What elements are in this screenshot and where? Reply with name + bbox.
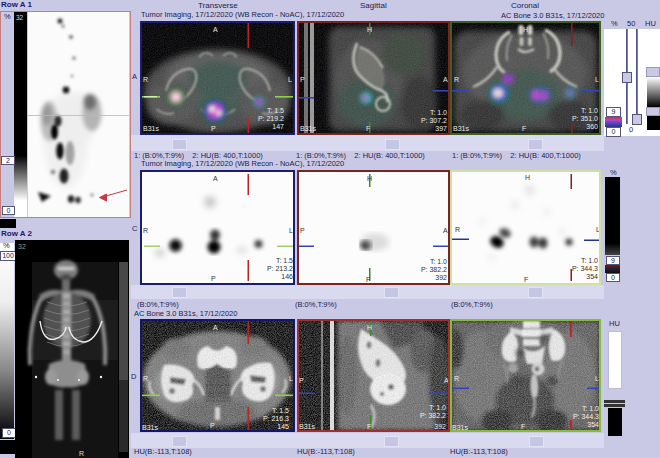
svg-text:R: R	[143, 375, 148, 382]
svg-text:32: 32	[18, 243, 26, 250]
svg-text:T: 1.5: T: 1.5	[276, 257, 293, 264]
svg-text:354: 354	[587, 421, 599, 428]
svg-text:P: 351.0: P: 351.0	[572, 115, 598, 122]
svg-text:392: 392	[434, 423, 446, 430]
svg-text:F: F	[366, 125, 370, 132]
svg-text:R: R	[79, 450, 84, 457]
svg-text:B31s: B31s	[142, 424, 158, 430]
svg-text:F: F	[366, 276, 370, 283]
svg-text:L: L	[288, 76, 292, 83]
svg-text:T: 1.0: T: 1.0	[429, 404, 446, 411]
svg-text:L: L	[596, 226, 599, 233]
svg-text:P: 382.2: P: 382.2	[420, 412, 446, 419]
svg-text:F: F	[521, 423, 525, 430]
svg-text:R: R	[454, 76, 459, 83]
svg-text:A: A	[213, 175, 218, 182]
svg-text:H: H	[367, 324, 372, 331]
svg-text:P: 382.2: P: 382.2	[421, 266, 447, 273]
svg-text:P: P	[300, 227, 305, 234]
svg-text:B31s: B31s	[453, 125, 469, 132]
svg-text:147: 147	[272, 123, 284, 130]
svg-text:P: 344.3: P: 344.3	[573, 413, 599, 420]
svg-text:A: A	[213, 26, 218, 33]
svg-text:T: 1.0: T: 1.0	[581, 257, 598, 264]
svg-text:P: P	[211, 275, 216, 282]
svg-text:P: P	[300, 76, 305, 83]
svg-text:145: 145	[277, 423, 289, 430]
svg-text:T: 1.0: T: 1.0	[581, 107, 598, 114]
svg-text:H: H	[367, 26, 372, 33]
svg-text:T: 1.0: T: 1.0	[430, 109, 447, 116]
svg-text:T: 1.5: T: 1.5	[272, 407, 289, 414]
svg-text:T: 1.0: T: 1.0	[582, 405, 599, 412]
svg-text:H: H	[525, 174, 530, 181]
svg-text:P: 307.2: P: 307.2	[421, 117, 447, 124]
svg-text:B31s: B31s	[300, 125, 316, 132]
svg-text:B31s: B31s	[299, 423, 315, 430]
svg-text:397: 397	[435, 125, 447, 132]
svg-text:A: A	[443, 76, 448, 83]
svg-text:392: 392	[435, 274, 447, 281]
svg-text:P: P	[299, 377, 304, 384]
svg-text:R: R	[143, 76, 148, 83]
svg-text:L: L	[595, 375, 599, 382]
svg-text:P: 344.3: P: 344.3	[572, 265, 598, 272]
svg-text:P: 213.2: P: 213.2	[267, 265, 293, 272]
svg-text:T: 1.5: T: 1.5	[267, 107, 284, 114]
svg-text:L: L	[289, 375, 293, 382]
svg-text:P: P	[211, 125, 216, 132]
svg-text:H: H	[524, 322, 529, 329]
svg-text:B31s: B31s	[143, 125, 159, 132]
svg-text:F: F	[522, 125, 526, 132]
svg-text:R: R	[455, 226, 460, 233]
svg-text:L: L	[595, 76, 599, 83]
svg-text:B31s: B31s	[452, 424, 468, 430]
svg-text:A: A	[213, 324, 218, 331]
svg-text:360: 360	[586, 123, 598, 130]
svg-text:146: 146	[281, 273, 293, 280]
svg-text:F: F	[524, 276, 528, 283]
svg-text:R: R	[143, 227, 148, 234]
svg-text:L: L	[289, 227, 293, 234]
svg-text:A: A	[444, 377, 448, 384]
svg-text:T: 1.0: T: 1.0	[430, 258, 447, 265]
svg-text:F: F	[367, 423, 371, 430]
svg-text:P: 216.3: P: 216.3	[263, 415, 289, 422]
svg-text:R: R	[454, 375, 459, 382]
svg-text:354: 354	[586, 273, 598, 280]
svg-text:H: H	[523, 26, 528, 33]
svg-text:A: A	[443, 227, 448, 234]
svg-text:P: P	[210, 422, 215, 429]
svg-text:H: H	[367, 175, 372, 182]
svg-text:P: 219.2: P: 219.2	[258, 115, 284, 122]
